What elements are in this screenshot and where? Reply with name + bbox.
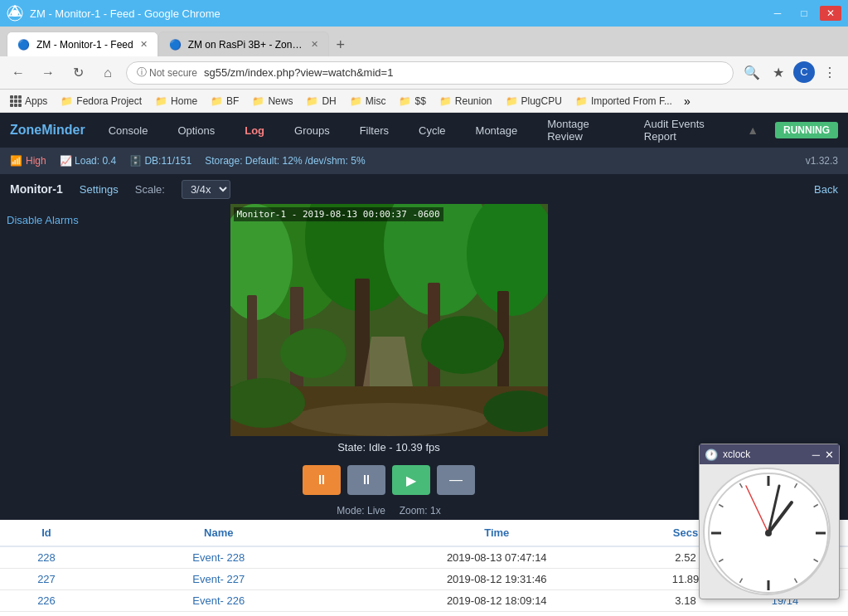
xclock-title: xclock — [723, 449, 807, 460]
folder-icon-news: 📁 — [252, 95, 264, 107]
zm-nav: ZoneMinder Console Options Log Groups Fi… — [0, 113, 848, 148]
bookmark-bf[interactable]: 📁 BF — [206, 94, 244, 109]
forward-nav-button[interactable]: → — [36, 61, 60, 85]
minimize-button[interactable]: ─ — [767, 6, 788, 21]
pause-button[interactable]: ⏸ — [303, 465, 341, 495]
nav-collapse-icon[interactable]: ▲ — [747, 124, 758, 137]
bookmark-reunion[interactable]: 📁 Reunion — [434, 94, 497, 109]
zm-logo: ZoneMinder — [10, 123, 85, 138]
stop-button[interactable]: — — [437, 465, 475, 495]
bookmark-plugcpu[interactable]: 📁 PlugCPU — [501, 94, 567, 109]
col-time: Time — [358, 526, 637, 539]
event-226-id: 226 — [13, 594, 80, 607]
zoom-text: Zoom: 1x — [400, 505, 441, 517]
bookmark-home-label: Home — [171, 95, 197, 107]
svg-point-13 — [280, 328, 346, 378]
bookmark-bf-label: BF — [226, 95, 239, 107]
priority-label: High — [26, 155, 46, 167]
event-226-name: Event- 226 — [80, 594, 358, 607]
tab1-close-icon[interactable]: ✕ — [140, 39, 148, 50]
apps-grid-icon — [10, 95, 22, 107]
bookmark-dollar[interactable]: 📁 $$ — [394, 94, 430, 109]
tab2-close-icon[interactable]: ✕ — [311, 39, 318, 50]
video-section: Monitor-1 - 2019-08-13 00:00:37 -0600 — [95, 204, 682, 520]
nav-options[interactable]: Options — [171, 121, 221, 140]
clock-face — [703, 468, 831, 595]
event-228-id: 228 — [13, 551, 80, 564]
search-button[interactable]: 🔍 — [740, 61, 763, 85]
maximize-button[interactable]: □ — [793, 6, 815, 21]
step-back-button[interactable]: ⏸ — [347, 465, 385, 495]
second-tab[interactable]: 🔵 ZM on RasPi 3B+ - ZoneMin... ✕ — [158, 32, 329, 56]
zm-status-bar: 📶 High 📈 Load: 0.4 🗄️ DB:11/151 Storage:… — [0, 148, 848, 174]
back-nav-button[interactable]: ← — [7, 61, 30, 85]
user-button[interactable]: C — [793, 61, 815, 83]
settings-link[interactable]: Settings — [80, 183, 119, 196]
address-input-container[interactable]: ⓘ Not secure sg55/zm/index.php?view=watc… — [126, 61, 734, 85]
nav-montage[interactable]: Montage — [469, 121, 525, 140]
mode-text: Mode: Live — [337, 505, 385, 517]
clock-svg — [705, 469, 832, 597]
disable-alarms-link[interactable]: Disable Alarms — [7, 214, 79, 226]
nav-cycle[interactable]: Cycle — [412, 121, 453, 140]
col-name: Name — [80, 526, 358, 539]
info-icon: ⓘ — [137, 65, 147, 80]
bookmark-dollar-label: $$ — [414, 95, 425, 107]
xclock-minimize-button[interactable]: ─ — [812, 449, 820, 461]
nav-audit[interactable]: Audit Events Report — [637, 114, 730, 146]
mode-zoom-bar: Mode: Live Zoom: 1x — [230, 502, 548, 520]
bookmark-fedora[interactable]: 📁 Fedora Project — [56, 94, 147, 109]
reload-button[interactable]: ↻ — [66, 61, 90, 85]
bookmark-news[interactable]: 📁 News — [247, 94, 298, 109]
chrome-logo — [7, 5, 23, 22]
left-sidebar: Disable Alarms — [0, 204, 95, 520]
nav-console[interactable]: Console — [102, 121, 155, 140]
security-indicator: ⓘ Not secure — [137, 65, 197, 80]
bookmark-plugcpu-label: PlugCPU — [521, 95, 562, 107]
close-button[interactable]: ✕ — [820, 6, 841, 21]
bookmarks-bar: Apps 📁 Fedora Project 📁 Home 📁 BF 📁 News… — [0, 90, 848, 113]
bookmark-misc[interactable]: 📁 Misc — [345, 94, 391, 109]
monitor-name: Monitor-1 — [10, 182, 63, 196]
url-text: sg55/zm/index.php?view=watch&mid=1 — [204, 66, 393, 79]
state-bar: State: Idle - 10.39 fps — [230, 436, 548, 458]
nav-groups[interactable]: Groups — [288, 121, 337, 140]
state-text: State: Idle - 10.39 fps — [337, 441, 440, 454]
new-tab-button[interactable]: + — [329, 33, 352, 56]
storage-indicator: Storage: Default: 12% /dev/shm: 5% — [205, 155, 365, 167]
event-226-time: 2019-08-12 18:09:14 — [358, 594, 637, 607]
bookmark-star-button[interactable]: ★ — [767, 61, 790, 85]
nav-log[interactable]: Log — [238, 121, 271, 140]
title-bar: ZM - Monitor-1 - Feed - Google Chrome ─ … — [0, 0, 848, 27]
folder-icon-home: 📁 — [155, 95, 167, 107]
event-227-name: Event- 227 — [80, 573, 358, 585]
bookmark-home[interactable]: 📁 Home — [150, 94, 202, 109]
version-label: v1.32.3 — [806, 155, 838, 167]
more-options-button[interactable]: ⋮ — [818, 61, 841, 85]
event-227-time: 2019-08-12 19:31:46 — [358, 573, 637, 585]
zm-monitor-bar: Monitor-1 Settings Scale: 1/4x 1/2x 3/4x… — [0, 174, 848, 204]
nav-montage-review[interactable]: Montage Review — [540, 114, 621, 146]
svg-point-17 — [289, 403, 488, 436]
load-text: Load: 0.4 — [75, 155, 116, 167]
active-tab[interactable]: 🔵 ZM - Monitor-1 - Feed ✕ — [7, 32, 158, 56]
bookmark-dh[interactable]: 📁 DH — [301, 94, 341, 109]
xclock-close-button[interactable]: ✕ — [825, 449, 834, 461]
play-button[interactable]: ▶ — [392, 465, 430, 495]
scale-select[interactable]: 1/4x 1/2x 3/4x 1x 5/4x 3/2x — [182, 180, 230, 199]
back-button[interactable]: Back — [814, 183, 838, 196]
event-row-225[interactable]: 225 Event- 225 2019-08-12 13:48:47 22.34… — [0, 612, 848, 616]
event-227-id: 227 — [13, 573, 80, 585]
running-status-badge: RUNNING — [775, 122, 838, 138]
bookmark-imported[interactable]: 📁 Imported From F... — [570, 94, 677, 109]
bookmark-fedora-label: Fedora Project — [76, 95, 142, 107]
xclock-widget: 🕐 xclock ─ ✕ — [699, 444, 840, 599]
load-indicator: 📈 Load: 0.4 — [60, 155, 116, 167]
event-228-name: Event- 228 — [80, 551, 358, 564]
tab2-label: ZM on RasPi 3B+ - ZoneMin... — [188, 39, 304, 51]
nav-filters[interactable]: Filters — [353, 121, 395, 140]
home-button[interactable]: ⌂ — [96, 61, 119, 85]
bookmark-apps[interactable]: Apps — [5, 94, 52, 109]
more-bookmarks-button[interactable]: » — [681, 95, 694, 108]
bookmark-imported-label: Imported From F... — [591, 95, 672, 107]
